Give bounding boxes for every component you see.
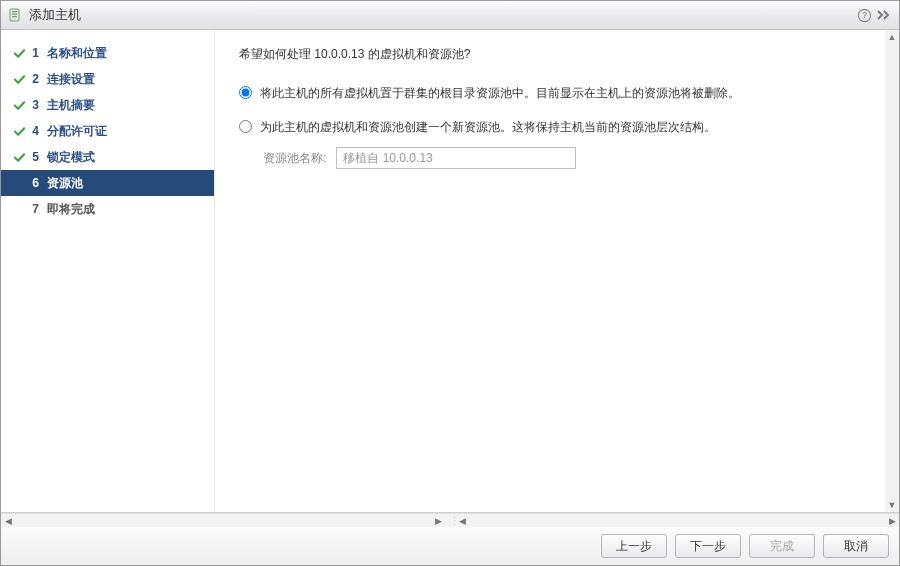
window-title: 添加主机: [29, 6, 81, 24]
help-button[interactable]: ?: [855, 6, 873, 24]
option-new[interactable]: 为此主机的虚拟机和资源池创建一个新资源池。这将保持主机当前的资源池层次结构。: [239, 119, 879, 135]
scroll-right-button[interactable]: ▶: [885, 514, 899, 528]
step-1[interactable]: 1名称和位置: [1, 40, 214, 66]
svg-rect-2: [12, 14, 17, 15]
checkmark-icon: [11, 151, 27, 164]
step-label: 主机摘要: [47, 97, 95, 114]
wizard-content: 希望如何处理 10.0.0.13 的虚拟机和资源池? 将此主机的所有虚拟机置于群…: [215, 30, 899, 512]
step-label: 锁定模式: [47, 149, 95, 166]
step-number: 7: [27, 202, 39, 216]
checkmark-icon: [11, 73, 27, 86]
scroll-thumb[interactable]: [886, 44, 898, 498]
cancel-button[interactable]: 取消: [823, 534, 889, 558]
step-number: 2: [27, 72, 39, 86]
step-number: 5: [27, 150, 39, 164]
step-number: 6: [27, 176, 39, 190]
horizontal-scroll-area: ◀ ▶ ⋮⋮ ◀ ▶: [1, 513, 899, 527]
vertical-scrollbar[interactable]: ▲ ▼: [885, 30, 899, 512]
back-button[interactable]: 上一步: [601, 534, 667, 558]
pool-name-field: 资源池名称:: [263, 147, 879, 169]
wizard-window: 添加主机 ? 1名称和位置2连接设置3主机摘要4分配许可证5锁定模式6资源池7即…: [0, 0, 900, 566]
step-3[interactable]: 3主机摘要: [1, 92, 214, 118]
step-6[interactable]: 6资源池: [1, 170, 214, 196]
step-label: 名称和位置: [47, 45, 107, 62]
next-button[interactable]: 下一步: [675, 534, 741, 558]
step-label: 即将完成: [47, 201, 95, 218]
h-scroll-left[interactable]: ◀ ▶: [1, 514, 445, 527]
svg-rect-3: [12, 16, 17, 17]
prompt-text: 希望如何处理 10.0.0.13 的虚拟机和资源池?: [239, 46, 879, 63]
pool-name-input[interactable]: [336, 147, 576, 169]
checkmark-icon: [11, 99, 27, 112]
checkmark-icon: [11, 125, 27, 138]
wizard-steps: 1名称和位置2连接设置3主机摘要4分配许可证5锁定模式6资源池7即将完成: [1, 30, 215, 512]
step-4[interactable]: 4分配许可证: [1, 118, 214, 144]
svg-text:?: ?: [862, 10, 867, 20]
step-label: 连接设置: [47, 71, 95, 88]
scroll-down-button[interactable]: ▼: [885, 498, 899, 512]
option-root-radio[interactable]: [239, 86, 252, 99]
scroll-left-button[interactable]: ◀: [1, 514, 15, 528]
step-label: 分配许可证: [47, 123, 107, 140]
scroll-right-button-a[interactable]: ▶: [431, 514, 445, 528]
host-icon: [7, 7, 23, 23]
svg-rect-1: [12, 11, 17, 12]
step-number: 4: [27, 124, 39, 138]
option-new-label: 为此主机的虚拟机和资源池创建一个新资源池。这将保持主机当前的资源池层次结构。: [260, 119, 716, 135]
svg-rect-0: [10, 9, 19, 21]
titlebar: 添加主机 ?: [1, 1, 899, 30]
h-scroll-right[interactable]: ◀ ▶: [455, 514, 899, 527]
option-root-label: 将此主机的所有虚拟机置于群集的根目录资源池中。目前显示在主机上的资源池将被删除。: [260, 85, 740, 101]
step-2[interactable]: 2连接设置: [1, 66, 214, 92]
step-label: 资源池: [47, 175, 83, 192]
scroll-up-button[interactable]: ▲: [885, 30, 899, 44]
step-5[interactable]: 5锁定模式: [1, 144, 214, 170]
wizard-body: 1名称和位置2连接设置3主机摘要4分配许可证5锁定模式6资源池7即将完成 希望如…: [1, 30, 899, 513]
checkmark-icon: [11, 47, 27, 60]
option-root[interactable]: 将此主机的所有虚拟机置于群集的根目录资源池中。目前显示在主机上的资源池将被删除。: [239, 85, 879, 101]
step-number: 1: [27, 46, 39, 60]
splitter-handle[interactable]: ⋮⋮: [445, 514, 455, 527]
step-7: 7即将完成: [1, 196, 214, 222]
expand-icon[interactable]: [875, 6, 893, 24]
wizard-footer: 上一步 下一步 完成 取消: [1, 527, 899, 565]
pool-name-label: 资源池名称:: [263, 150, 326, 167]
option-new-radio[interactable]: [239, 120, 252, 133]
finish-button[interactable]: 完成: [749, 534, 815, 558]
scroll-left-button-b[interactable]: ◀: [455, 514, 469, 528]
step-number: 3: [27, 98, 39, 112]
